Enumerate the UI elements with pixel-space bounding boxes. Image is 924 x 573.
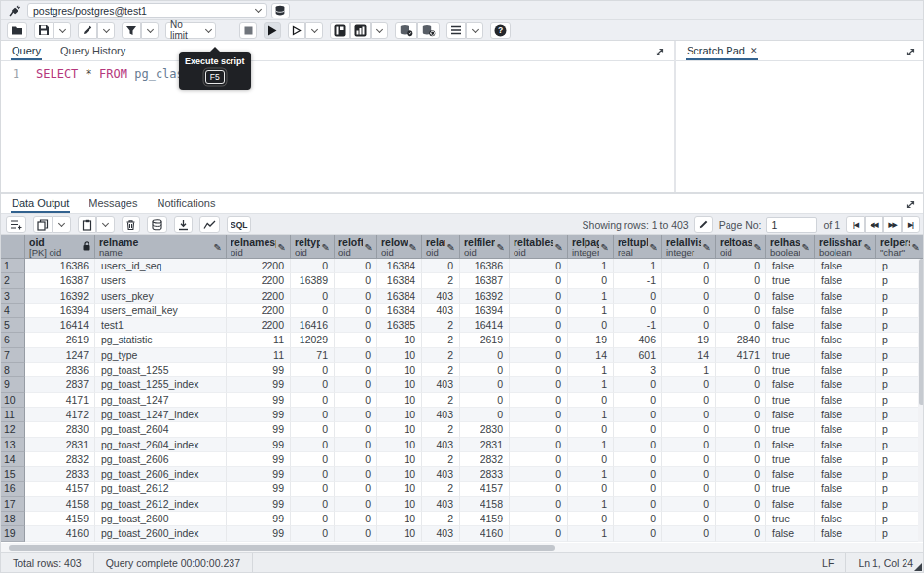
grid-cell[interactable]: 0: [335, 393, 377, 408]
grid-cell[interactable]: 2200: [227, 318, 291, 333]
grid-cell[interactable]: pg_toast_2604_index: [95, 438, 227, 452]
grid-cell[interactable]: 10: [377, 393, 422, 408]
grid-cell[interactable]: 0: [460, 363, 510, 377]
open-file-button[interactable]: [7, 22, 27, 39]
grid-cell[interactable]: pg_toast_1255: [95, 363, 227, 377]
grid-cell[interactable]: 4171: [716, 348, 766, 363]
grid-cell[interactable]: 0: [716, 304, 766, 318]
grid-cell[interactable]: 1: [568, 377, 614, 392]
grid-cell[interactable]: 4160: [25, 526, 95, 541]
grid-cell[interactable]: 16389: [291, 273, 335, 288]
grid-cell[interactable]: users_id_seq: [95, 259, 227, 273]
grid-cell[interactable]: 16394: [25, 304, 95, 318]
grid-cell[interactable]: 0: [291, 467, 335, 482]
grid-cell[interactable]: 10: [377, 526, 422, 541]
row-number-cell[interactable]: 4: [1, 304, 25, 318]
grid-cell[interactable]: 403: [422, 467, 460, 482]
grid-cell[interactable]: 0: [568, 452, 614, 467]
grid-cell[interactable]: 10: [377, 497, 422, 512]
query-panel-expand-button[interactable]: [653, 45, 666, 58]
grid-cell[interactable]: 4157: [460, 482, 510, 496]
tab-notifications[interactable]: Notifications: [156, 195, 216, 213]
grid-cell[interactable]: 99: [227, 363, 291, 377]
grid-cell[interactable]: 4160: [460, 526, 510, 541]
grid-cell[interactable]: false: [766, 467, 815, 482]
grid-cell[interactable]: 14: [568, 348, 614, 363]
grid-cell[interactable]: 0: [335, 497, 377, 512]
grid-cell[interactable]: 0: [662, 273, 716, 288]
grid-cell[interactable]: 10: [377, 467, 422, 482]
column-header-reltuples[interactable]: reltuplesreal✎: [614, 235, 662, 259]
grid-cell[interactable]: 0: [614, 393, 662, 408]
grid-cell[interactable]: 0: [460, 377, 510, 392]
grid-cell[interactable]: false: [766, 438, 815, 452]
grid-cell[interactable]: 0: [662, 452, 716, 467]
grid-cell[interactable]: 10: [377, 408, 422, 422]
grid-cell[interactable]: 0: [662, 289, 716, 304]
grid-cell[interactable]: 0: [568, 512, 614, 526]
grid-cell[interactable]: 0: [614, 452, 662, 467]
grid-cell[interactable]: 16414: [460, 318, 510, 333]
grid-cell[interactable]: 0: [335, 526, 377, 541]
tab-data-output[interactable]: Data Output: [11, 195, 70, 213]
grid-cell[interactable]: false: [815, 289, 876, 304]
save-file-button[interactable]: [34, 22, 53, 39]
grid-cell[interactable]: 0: [568, 273, 614, 288]
explain-button[interactable]: [330, 22, 350, 39]
grid-cell[interactable]: 2833: [25, 467, 95, 482]
grid-cell[interactable]: 0: [716, 318, 766, 333]
paste-options-dropdown[interactable]: [96, 216, 115, 233]
grid-cell[interactable]: false: [815, 304, 876, 318]
grid-cell[interactable]: 2200: [227, 273, 291, 288]
grid-cell[interactable]: 0: [716, 289, 766, 304]
copy-button[interactable]: [33, 216, 53, 233]
grid-cell[interactable]: 1: [614, 259, 662, 273]
explain-options-dropdown[interactable]: [371, 22, 388, 39]
grid-cell[interactable]: 1: [568, 408, 614, 422]
grid-cell[interactable]: 2200: [227, 304, 291, 318]
grid-cell[interactable]: 0: [614, 304, 662, 318]
column-header-reltype[interactable]: reltypeoid✎: [291, 235, 335, 259]
row-number-cell[interactable]: 12: [1, 422, 25, 437]
column-header-oid[interactable]: oid[PK] oid: [25, 235, 95, 259]
page-number-input[interactable]: [766, 217, 817, 233]
grid-cell[interactable]: false: [815, 497, 876, 512]
grid-cell[interactable]: 16416: [291, 318, 335, 333]
grid-cell[interactable]: 0: [335, 273, 377, 288]
save-options-dropdown[interactable]: [53, 22, 71, 39]
grid-cell[interactable]: 10: [377, 348, 422, 363]
grid-cell[interactable]: 2840: [716, 333, 766, 347]
grid-cell[interactable]: 4171: [25, 393, 95, 408]
grid-cell[interactable]: 0: [291, 289, 335, 304]
column-header-reltablespace[interactable]: reltablespaceoid✎: [510, 235, 568, 259]
grid-cell[interactable]: 1247: [25, 348, 95, 363]
grid-cell[interactable]: true: [766, 333, 815, 347]
grid-cell[interactable]: 1: [662, 363, 716, 377]
grid-cell[interactable]: 99: [227, 393, 291, 408]
grid-cell[interactable]: false: [815, 422, 876, 437]
grid-cell[interactable]: 3: [614, 363, 662, 377]
grid-corner-cell[interactable]: [1, 235, 25, 259]
grid-cell[interactable]: 0: [716, 377, 766, 392]
grid-cell[interactable]: 0: [662, 318, 716, 333]
grid-cell[interactable]: 16392: [460, 289, 510, 304]
grid-cell[interactable]: pg_toast_1255_index: [95, 377, 227, 392]
grid-horizontal-scrollbar[interactable]: [1, 543, 924, 552]
grid-cell[interactable]: 16394: [460, 304, 510, 318]
delete-row-button[interactable]: [122, 216, 140, 233]
grid-cell[interactable]: 16384: [377, 273, 422, 288]
grid-cell[interactable]: 0: [510, 467, 568, 482]
grid-cell[interactable]: p: [876, 438, 924, 452]
grid-cell[interactable]: 1: [568, 304, 614, 318]
grid-cell[interactable]: 0: [662, 438, 716, 452]
grid-cell[interactable]: 4159: [25, 512, 95, 526]
grid-cell[interactable]: pg_statistic: [95, 333, 227, 347]
grid-cell[interactable]: 0: [510, 452, 568, 467]
grid-cell[interactable]: 406: [614, 333, 662, 347]
grid-cell[interactable]: 0: [662, 422, 716, 437]
grid-cell[interactable]: 0: [291, 377, 335, 392]
paste-button[interactable]: [78, 216, 96, 233]
grid-cell[interactable]: false: [815, 482, 876, 496]
grid-cell[interactable]: 0: [335, 333, 377, 347]
grid-cell[interactable]: 2832: [460, 452, 510, 467]
